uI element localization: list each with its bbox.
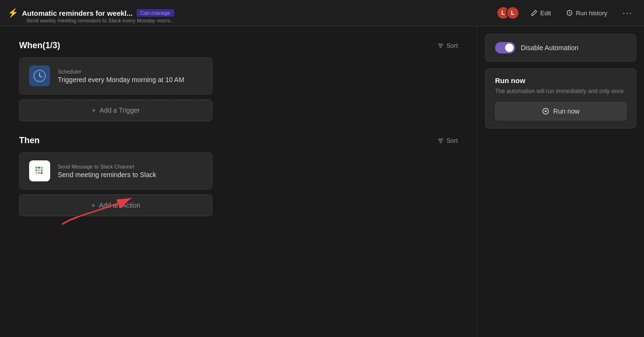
page-title: Automatic reminders for weekl... — [22, 9, 133, 17]
header-right: L L Edit Run history ··· — [496, 6, 636, 20]
slack-label: Send Message to Slack Channel — [58, 164, 202, 169]
add-action-plus: + — [91, 201, 95, 209]
header: ⚡ Automatic reminders for weekl... Can m… — [0, 0, 644, 26]
header-subtitle: Send weekly meeting reminders to Slack e… — [26, 18, 175, 23]
left-panel: When(1/3) Sort — [0, 26, 477, 337]
more-options-button[interactable]: ··· — [619, 6, 636, 20]
avatar-group: L L — [496, 6, 519, 20]
can-manage-badge: Can manage — [137, 9, 174, 17]
slack-title: Send meeting reminders to Slack — [58, 171, 202, 179]
then-section: Then Sort — [19, 136, 458, 216]
run-now-icon — [542, 107, 549, 115]
edit-button[interactable]: Edit — [527, 8, 555, 19]
then-sort-button[interactable]: Sort — [437, 137, 458, 144]
when-section: When(1/3) Sort — [19, 41, 458, 121]
when-title: When(1/3) — [19, 41, 60, 51]
scheduler-card-text: Scheduler Triggered every Monday morning… — [58, 69, 202, 84]
svg-rect-9 — [38, 169, 41, 172]
svg-rect-10 — [41, 167, 43, 169]
slack-logo-icon — [33, 164, 46, 178]
disable-toggle[interactable] — [495, 42, 515, 53]
disable-label: Disable Automation — [521, 44, 579, 52]
avatar-2: L — [506, 6, 519, 20]
slack-icon-bg — [29, 160, 50, 181]
svg-rect-12 — [35, 172, 38, 174]
sort-icon — [437, 42, 444, 49]
run-now-button[interactable]: Run now — [495, 102, 626, 120]
when-section-header: When(1/3) Sort — [19, 41, 458, 51]
then-section-header: Then Sort — [19, 136, 458, 146]
edit-icon — [531, 10, 538, 16]
svg-rect-13 — [38, 172, 41, 174]
scheduler-icon-bg — [29, 65, 50, 86]
then-title: Then — [19, 136, 40, 146]
run-history-button[interactable]: Run history — [562, 8, 611, 19]
run-now-card: Run now The automation will run immediat… — [485, 68, 636, 128]
main-content: When(1/3) Sort — [0, 26, 644, 337]
run-now-title: Run now — [495, 76, 626, 84]
when-sort-button[interactable]: Sort — [437, 42, 458, 49]
slack-card-text: Send Message to Slack Channel Send meeti… — [58, 164, 202, 179]
svg-rect-11 — [41, 169, 43, 172]
svg-rect-7 — [35, 169, 38, 172]
scheduler-label: Scheduler — [58, 69, 202, 74]
slack-card[interactable]: Send Message to Slack Channel Send meeti… — [19, 152, 212, 190]
history-icon — [566, 10, 573, 16]
run-now-desc: The automation will run immediately and … — [495, 87, 626, 95]
svg-rect-14 — [41, 172, 43, 174]
svg-point-5 — [39, 75, 41, 77]
scheduler-title: Triggered every Monday morning at 10 AM — [58, 76, 202, 84]
add-action-button[interactable]: + Add an Action — [19, 194, 212, 216]
bolt-icon: ⚡ — [8, 8, 18, 18]
add-trigger-button[interactable]: + Add a Trigger — [19, 99, 212, 121]
svg-rect-6 — [35, 167, 38, 169]
svg-rect-8 — [38, 167, 41, 169]
add-trigger-plus: + — [92, 106, 95, 114]
clock-icon — [32, 69, 47, 83]
header-left: ⚡ Automatic reminders for weekl... Can m… — [8, 8, 492, 18]
scheduler-card[interactable]: Scheduler Triggered every Monday morning… — [19, 57, 212, 95]
then-sort-icon — [437, 137, 444, 144]
right-panel: Disable Automation Run now The automatio… — [477, 26, 644, 337]
svg-point-16 — [545, 110, 547, 112]
disable-automation-card: Disable Automation — [485, 34, 636, 62]
